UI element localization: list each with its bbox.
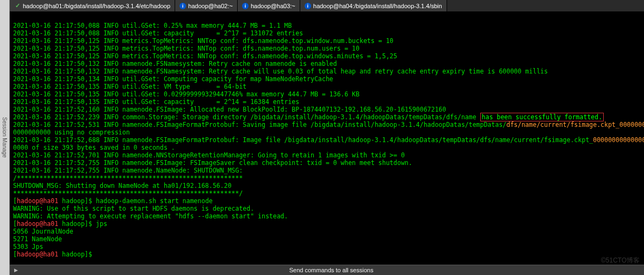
log-line: 2021-03-16 21:17:52,239 INFO common.Stor… [13, 113, 480, 121]
terminal-output[interactable]: 2021-03-16 21:17:50,088 INFO util.GSet: … [10, 12, 644, 265]
tab-ha03[interactable]: i hadoop@ha03:~ [238, 0, 300, 11]
log-line: 2021-03-16 21:17:52,531 INFO namenode.FS… [13, 121, 506, 129]
check-icon: ✓ [14, 3, 21, 9]
log-line: 5056 JournalNode [13, 228, 73, 235]
prompt-bracket: [ [13, 197, 17, 205]
prompt-bracket: [ [13, 250, 17, 258]
log-line-wrap: dfs/name/current/fsimage.ckpt_00000000 [506, 121, 644, 129]
prompt-user: hadoop@ha01 [17, 197, 58, 205]
log-line: 2021-03-16 21:17:50,132 INFO namenode.FS… [13, 68, 548, 75]
log-line: SHUTDOWN_MSG: Shutting down NameNode at … [13, 182, 232, 190]
log-line: 0000 of size 393 bytes saved in 0 second… [13, 144, 175, 151]
log-line: 2021-03-16 21:17:52,688 INFO namenode.FS… [13, 136, 593, 144]
log-line: 2021-03-16 21:17:50,135 INFO util.GSet: … [13, 83, 246, 90]
log-line: 2021-03-16 21:17:50,088 INFO util.GSet: … [13, 29, 303, 37]
prompt-path: hadoop]$ [58, 220, 96, 228]
log-line-wrap: 00000000000000 [593, 136, 644, 144]
sidebar-label: Session Manage [2, 117, 8, 158]
prompt-path: hadoop]$ [58, 250, 96, 258]
command-text: jps [96, 220, 107, 228]
tab-label: hadoop@ha04:/bigdata/install/hadoop-3.1.… [313, 3, 442, 9]
log-line: 2021-03-16 21:17:50,135 INFO util.GSet: … [13, 90, 360, 98]
tab-bar: ✓ hadoop@ha01:/bigdata/install/hadoop-3.… [10, 0, 644, 12]
command-text: hadoop-daemon.sh start namenode [96, 197, 213, 205]
prompt-path: hadoop]$ [58, 197, 96, 205]
log-line: 2021-03-16 21:17:52,701 INFO namenode.NN… [13, 151, 405, 159]
info-icon: i [179, 3, 186, 9]
log-line: 2021-03-16 21:17:52,755 INFO namenode.FS… [13, 159, 412, 167]
prompt-user: hadoop@ha01 [17, 250, 58, 258]
log-line: 2021-03-16 21:17:50,135 INFO util.GSet: … [13, 98, 299, 106]
log-line: 2021-03-16 21:17:50,134 INFO util.GSet: … [13, 75, 333, 83]
tab-ha01[interactable]: ✓ hadoop@ha01:/bigdata/install/hadoop-3.… [10, 0, 175, 11]
log-line: 2021-03-16 21:17:50,132 INFO namenode.FS… [13, 60, 337, 68]
info-icon: i [305, 3, 311, 9]
tab-ha02[interactable]: i hadoop@ha02:~ [175, 0, 238, 11]
log-line: ****************************************… [13, 190, 243, 197]
log-line: 2021-03-16 21:17:52,160 INFO namenode.FS… [13, 106, 446, 113]
send-commands-label: Send commands to all sessions [289, 267, 374, 273]
log-line: 2021-03-16 21:17:50,125 INFO metrics.Top… [13, 45, 360, 52]
log-line: 5271 NameNode [13, 235, 62, 243]
prompt-bracket: [ [13, 220, 17, 228]
log-line: 0000000000 using no compression [13, 129, 130, 136]
tab-label: hadoop@ha03:~ [251, 3, 295, 9]
watermark: ©51CTO博客 [601, 256, 640, 265]
log-line: /***************************************… [13, 174, 243, 182]
log-line: 2021-03-16 21:17:50,125 INFO metrics.Top… [13, 37, 393, 45]
tab-ha04[interactable]: i hadoop@ha04:/bigdata/install/hadoop-3.… [300, 0, 447, 11]
log-line: 2021-03-16 21:17:50,125 INFO metrics.Top… [13, 52, 397, 60]
session-manager-sidebar[interactable]: Session Manage [0, 0, 10, 275]
tab-label: hadoop@ha01:/bigdata/install/hadoop-3.1.… [23, 3, 170, 9]
main-area: ✓ hadoop@ha01:/bigdata/install/hadoop-3.… [10, 0, 644, 275]
formatted-highlight: has been successfully formatted. [480, 113, 604, 121]
log-line: WARNING: Use of this script to start HDF… [13, 205, 254, 212]
log-line: 2021-03-16 21:17:50,088 INFO util.GSet: … [13, 22, 292, 29]
send-commands-bar[interactable]: ▶ Send commands to all sessions [10, 265, 644, 275]
log-line: WARNING: Attempting to execute replaceme… [13, 212, 288, 220]
triangle-icon: ▶ [14, 267, 18, 273]
prompt-user: hadoop@ha01 [17, 220, 58, 228]
log-line: 5303 Jps [13, 243, 43, 250]
log-line: 2021-03-16 21:17:52,755 INFO namenode.Na… [13, 167, 243, 174]
tab-label: hadoop@ha02:~ [188, 3, 233, 9]
info-icon: i [242, 3, 249, 9]
